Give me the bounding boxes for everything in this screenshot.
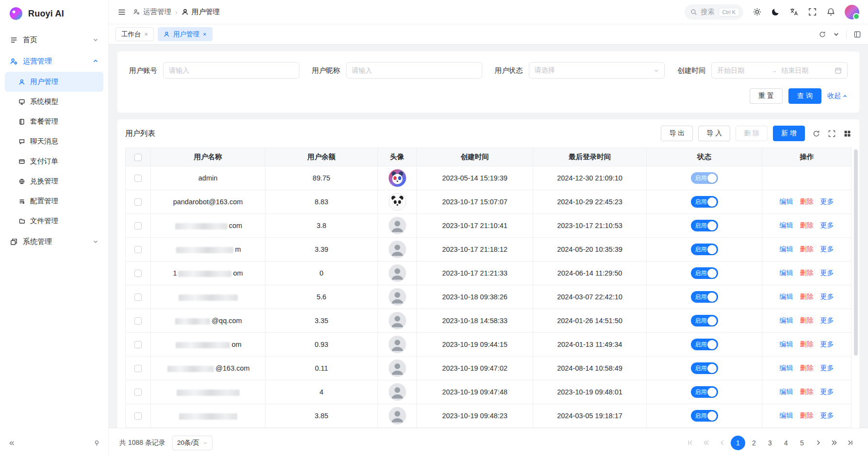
column-settings-button[interactable]	[843, 130, 852, 138]
row-checkbox[interactable]	[134, 389, 142, 396]
more-link[interactable]: 更多	[820, 269, 834, 277]
delete-link[interactable]: 删除	[800, 245, 814, 253]
sidebar-item-payment-orders[interactable]: 支付订单	[5, 151, 103, 171]
more-link[interactable]: 更多	[820, 221, 834, 229]
edit-link[interactable]: 编辑	[780, 245, 793, 253]
delete-link[interactable]: 删除	[800, 197, 814, 205]
row-checkbox[interactable]	[134, 317, 142, 325]
edit-link[interactable]: 编辑	[780, 197, 793, 205]
edit-link[interactable]: 编辑	[780, 364, 793, 372]
row-checkbox[interactable]	[134, 270, 142, 277]
status-switch[interactable]: 启用	[691, 362, 718, 374]
page-4-button[interactable]: 4	[779, 436, 793, 450]
prev-page-button[interactable]	[715, 436, 729, 450]
refresh-table-button[interactable]	[812, 130, 820, 138]
row-checkbox[interactable]	[134, 365, 142, 372]
language-button[interactable]	[789, 7, 799, 16]
start-date-input[interactable]	[717, 66, 767, 74]
table-scrollbar[interactable]	[854, 149, 858, 356]
add-button[interactable]: 新 增	[773, 126, 805, 141]
row-checkbox[interactable]	[134, 222, 142, 229]
tab-options-button[interactable]	[833, 31, 839, 37]
fullscreen-button[interactable]	[808, 7, 817, 16]
search-button[interactable]: 查 询	[788, 88, 821, 104]
layout-toggle-button[interactable]	[853, 31, 861, 38]
breadcrumb-operations[interactable]: 运营管理	[133, 7, 171, 16]
edit-link[interactable]: 编辑	[780, 221, 793, 229]
sidebar-item-config-management[interactable]: 配置管理	[5, 191, 103, 211]
app-logo[interactable]: Ruoyi AI	[0, 0, 108, 27]
more-link[interactable]: 更多	[820, 340, 834, 348]
sidebar-item-exchange-management[interactable]: 兑换管理	[5, 171, 103, 191]
status-switch[interactable]: 启用	[691, 315, 718, 326]
delete-link[interactable]: 删除	[800, 221, 814, 229]
delete-link[interactable]: 删除	[800, 411, 814, 419]
edit-link[interactable]: 编辑	[780, 316, 793, 324]
collapse-sidebar-button[interactable]	[8, 440, 15, 447]
row-checkbox[interactable]	[134, 412, 142, 420]
edit-link[interactable]: 编辑	[780, 411, 793, 419]
edit-link[interactable]: 编辑	[780, 388, 793, 395]
page-size-select[interactable]: 20条/页	[172, 436, 213, 450]
sidebar-item-package-management[interactable]: 套餐管理	[5, 112, 103, 131]
notifications-button[interactable]	[826, 7, 835, 16]
status-switch[interactable]: 启用	[691, 267, 718, 279]
status-switch[interactable]: 启用	[691, 244, 718, 255]
pin-sidebar-button[interactable]	[93, 440, 100, 447]
delete-button[interactable]: 删 除	[736, 126, 768, 141]
collapse-filters-link[interactable]: 收起	[827, 92, 848, 100]
row-checkbox[interactable]	[134, 198, 142, 206]
tab-workbench[interactable]: 工作台 ×	[115, 27, 154, 41]
row-checkbox[interactable]	[134, 246, 142, 253]
delete-link[interactable]: 删除	[800, 388, 814, 395]
user-avatar[interactable]	[845, 5, 859, 19]
delete-link[interactable]: 删除	[800, 269, 814, 277]
fullscreen-table-button[interactable]	[828, 130, 836, 138]
delete-link[interactable]: 删除	[800, 316, 814, 324]
export-button[interactable]: 导 出	[661, 126, 693, 141]
status-switch[interactable]: 启用	[691, 386, 718, 398]
page-5-button[interactable]: 5	[795, 436, 809, 450]
edit-link[interactable]: 编辑	[780, 269, 793, 277]
prev-group-button[interactable]	[699, 436, 713, 450]
row-checkbox[interactable]	[134, 341, 142, 348]
toggle-sidebar-button[interactable]	[117, 8, 126, 16]
close-tab-icon[interactable]: ×	[203, 31, 207, 38]
sidebar-item-home[interactable]: 首页	[5, 29, 103, 50]
dark-mode-button[interactable]	[771, 7, 780, 16]
page-3-button[interactable]: 3	[763, 436, 777, 450]
more-link[interactable]: 更多	[820, 364, 834, 372]
page-1-button[interactable]: 1	[731, 436, 745, 450]
sidebar-item-file-management[interactable]: 文件管理	[5, 211, 103, 231]
row-checkbox[interactable]	[134, 294, 142, 301]
select-all-checkbox[interactable]	[134, 154, 142, 161]
import-button[interactable]: 导 入	[698, 126, 730, 141]
sidebar-item-chat-messages[interactable]: 聊天消息	[5, 131, 103, 151]
edit-link[interactable]: 编辑	[780, 293, 793, 300]
status-switch[interactable]: 启用	[691, 291, 718, 303]
breadcrumb-user-management[interactable]: 用户管理	[181, 7, 220, 16]
close-tab-icon[interactable]: ×	[145, 31, 148, 38]
refresh-page-button[interactable]	[819, 31, 826, 38]
date-range-picker[interactable]: →	[711, 62, 848, 79]
edit-link[interactable]: 编辑	[780, 340, 793, 348]
page-2-button[interactable]: 2	[747, 436, 761, 450]
user-nickname-input[interactable]	[346, 62, 482, 79]
delete-link[interactable]: 删除	[800, 340, 814, 348]
next-group-button[interactable]	[827, 436, 841, 450]
status-switch[interactable]: 启用	[691, 196, 718, 208]
global-search[interactable]: 搜索 Ctrl K	[685, 4, 744, 20]
more-link[interactable]: 更多	[820, 293, 834, 300]
more-link[interactable]: 更多	[820, 316, 834, 324]
user-account-input[interactable]	[163, 62, 299, 79]
sidebar-item-operations[interactable]: 运营管理	[5, 50, 103, 72]
reset-button[interactable]: 重 置	[750, 88, 783, 104]
more-link[interactable]: 更多	[820, 197, 834, 205]
status-switch[interactable]: 启用	[691, 410, 718, 422]
status-switch[interactable]: 启用	[691, 339, 718, 350]
more-link[interactable]: 更多	[820, 411, 834, 419]
more-link[interactable]: 更多	[820, 245, 834, 253]
delete-link[interactable]: 删除	[800, 293, 814, 300]
status-switch[interactable]: 启用	[691, 172, 718, 184]
last-page-button[interactable]	[843, 436, 857, 450]
